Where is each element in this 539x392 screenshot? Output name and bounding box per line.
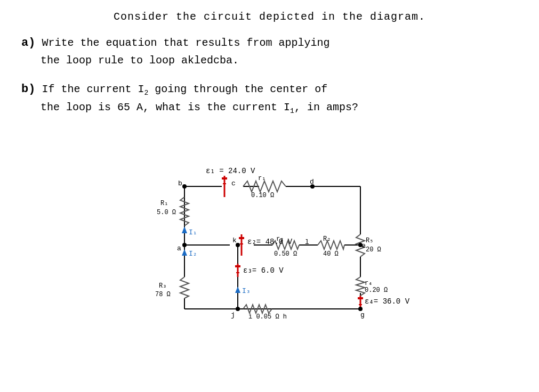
- part-a: a) Write the equation that results from …: [21, 34, 518, 69]
- svg-point-37: [182, 184, 187, 189]
- r4-val: 0.20 Ω: [365, 287, 388, 294]
- node-g: g: [360, 311, 365, 319]
- r1-name: r₁: [258, 175, 266, 182]
- svg-point-42: [358, 307, 363, 311]
- part-a-text: Write the equation that results from app…: [21, 37, 330, 67]
- node-c: c: [231, 179, 236, 187]
- page-title: Consider the circuit depicted in the dia…: [21, 11, 518, 23]
- e2-label: ε₂= 48.0 V: [247, 238, 293, 246]
- node-b: b: [178, 179, 182, 187]
- r3-val: i 0.05 Ω h: [248, 313, 287, 321]
- r4-name: r₄: [365, 280, 372, 287]
- i3-label: I₃: [242, 287, 251, 295]
- R1-val: 5.0 Ω: [157, 209, 176, 216]
- i2-label: I₂: [189, 250, 197, 258]
- r1-val: 0.10 Ω: [251, 192, 274, 199]
- node-e: e: [361, 242, 366, 250]
- R2-val: 40 Ω: [323, 250, 339, 258]
- part-a-label: a): [21, 36, 35, 50]
- node-a: a: [177, 244, 181, 252]
- svg-marker-46: [235, 287, 240, 293]
- R1-name: R₁: [160, 200, 168, 207]
- part-b-label: b): [21, 83, 35, 96]
- node-d: d: [310, 178, 314, 186]
- circuit-svg: I₁ I₂ I₃ ε₁ = 24.0 V ε₂= 48.0 V ε₃= 6.0 …: [115, 128, 424, 330]
- node-j: j: [231, 311, 235, 319]
- R5-name: R₅: [366, 237, 373, 244]
- r2-val: 0.50 Ω: [274, 250, 297, 258]
- svg-marker-44: [182, 226, 187, 233]
- svg-point-38: [182, 243, 187, 247]
- e1-label: ε₁ = 24.0 V: [206, 167, 255, 175]
- R2-name: R₂: [323, 235, 331, 243]
- R3-val: 78 Ω: [155, 291, 171, 298]
- e3-label: ε₃= 6.0 V: [243, 266, 284, 275]
- R3-name: R₃: [159, 282, 166, 290]
- part-b: b) If the current I2 going through the c…: [21, 80, 518, 117]
- i1-label: I₁: [189, 228, 197, 236]
- circuit-diagram: I₁ I₂ I₃ ε₁ = 24.0 V ε₂= 48.0 V ε₃= 6.0 …: [21, 128, 518, 330]
- r2-name: r₂: [276, 235, 284, 243]
- node-k: k: [232, 236, 237, 244]
- R5-val: 20 Ω: [366, 246, 381, 254]
- node-l: l: [305, 238, 309, 246]
- svg-marker-45: [182, 249, 187, 256]
- e4-label: ε₄= 36.0 V: [365, 297, 410, 306]
- part-b-text: If the current I2 going through the cent…: [21, 83, 358, 113]
- svg-point-43: [236, 307, 240, 311]
